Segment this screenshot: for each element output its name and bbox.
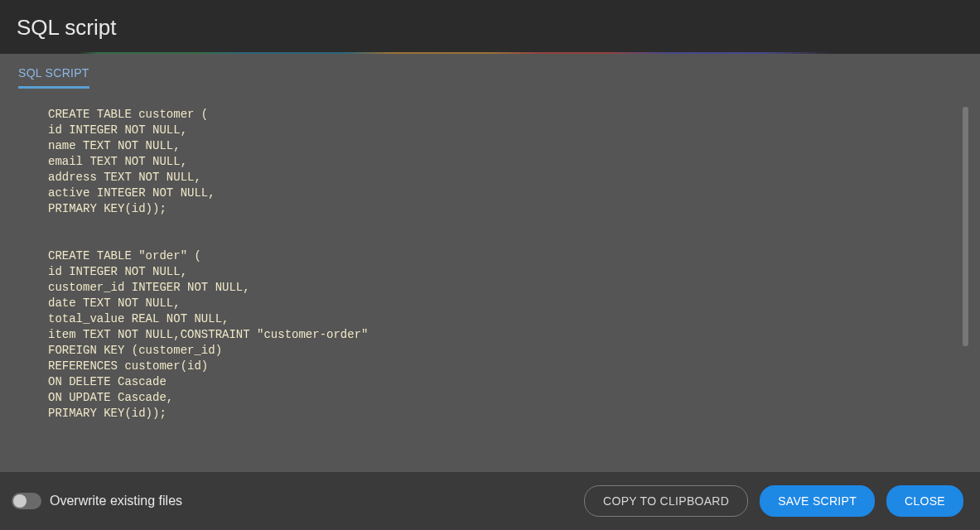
dialog-footer: Overwrite existing files COPY TO CLIPBOA… [0, 472, 980, 530]
toggle-knob [13, 494, 27, 508]
footer-left: Overwrite existing files [12, 493, 182, 509]
copy-to-clipboard-button[interactable]: COPY TO CLIPBOARD [584, 485, 748, 517]
scrollbar-track[interactable] [963, 107, 968, 459]
tab-sql-script[interactable]: SQL SCRIPT [18, 66, 89, 89]
close-button[interactable]: CLOSE [886, 485, 963, 517]
tabs-bar: SQL SCRIPT [0, 54, 980, 89]
script-content[interactable]: CREATE TABLE customer ( id INTEGER NOT N… [18, 107, 968, 459]
overwrite-label: Overwrite existing files [50, 494, 182, 508]
script-container: CREATE TABLE customer ( id INTEGER NOT N… [18, 107, 968, 459]
save-script-button[interactable]: SAVE SCRIPT [760, 485, 875, 517]
rainbow-divider [0, 52, 980, 54]
footer-right: COPY TO CLIPBOARD SAVE SCRIPT CLOSE [584, 485, 963, 517]
dialog-header: SQL script [0, 0, 980, 52]
overwrite-toggle[interactable] [12, 493, 41, 509]
scrollbar-thumb[interactable] [963, 107, 968, 346]
dialog-title: SQL script [17, 15, 963, 41]
content-area: SQL SCRIPT CREATE TABLE customer ( id IN… [0, 54, 980, 472]
